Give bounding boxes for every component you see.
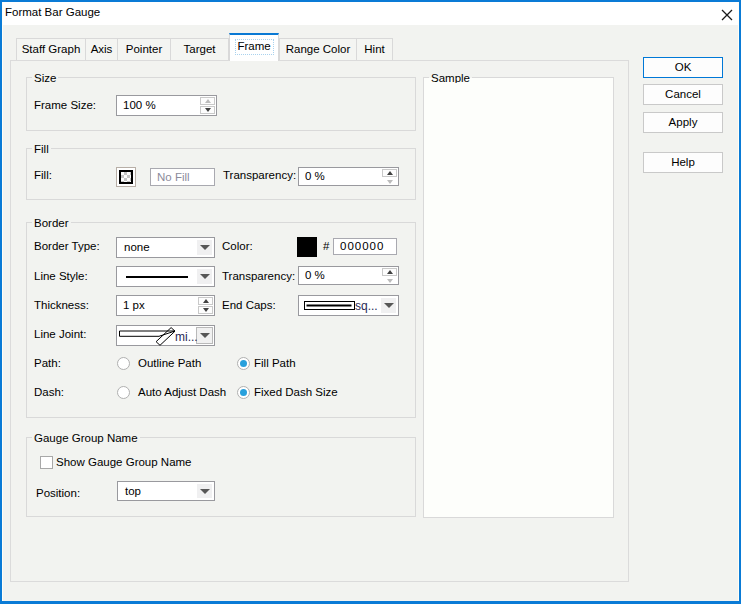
svg-text:sq...: sq... (355, 299, 378, 313)
svg-text:mi...: mi... (175, 330, 198, 344)
